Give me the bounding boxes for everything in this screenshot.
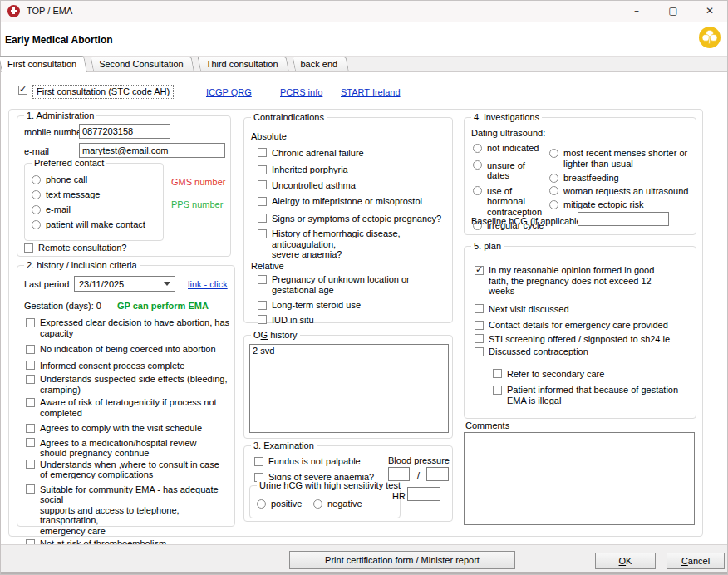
radio-circle[interactable] — [32, 220, 41, 229]
checkbox-medication-review[interactable]: Agrees to a medication/hospital review s… — [26, 438, 232, 459]
checkbox-clear-decision[interactable]: Expressed clear decision to have abortio… — [26, 317, 232, 338]
bp-diastolic-field[interactable] — [426, 467, 449, 481]
link-click[interactable]: link - click — [188, 279, 228, 289]
checkbox-where-to-consult[interactable]: Understands when ,where to consult in ca… — [26, 460, 232, 480]
radio-circle[interactable] — [32, 175, 41, 184]
checkbox-box[interactable] — [26, 375, 35, 384]
remote-consultation-checkbox[interactable]: Remote consultation? — [24, 243, 126, 253]
maximize-icon[interactable]: ▢ — [655, 0, 691, 22]
checkbox-discussed-contraception[interactable]: Discussed contraception — [475, 346, 689, 357]
checkbox-box[interactable] — [258, 229, 267, 238]
minimize-icon[interactable]: – — [618, 0, 655, 22]
link-pcrs-info[interactable]: PCRS info — [280, 87, 322, 97]
checkbox-box[interactable] — [26, 438, 35, 447]
checkbox-box[interactable] — [258, 165, 267, 174]
checkbox-box[interactable] — [24, 243, 33, 253]
tab-first-consultation[interactable]: First consultation — [2, 56, 87, 72]
radio-circle[interactable] — [32, 190, 41, 199]
last-period-combobox[interactable]: 23/11/2025 — [74, 276, 175, 292]
checkbox-box[interactable] — [258, 148, 267, 157]
mobile-number-field[interactable] — [79, 124, 170, 139]
radio-text-message[interactable]: text message — [32, 189, 100, 200]
radio-circle[interactable] — [549, 149, 558, 158]
checkbox-box[interactable] — [475, 334, 484, 343]
radio-not-indicated[interactable]: not indicated — [473, 143, 549, 154]
radio-circle[interactable] — [473, 144, 482, 153]
bp-systolic-field[interactable] — [388, 467, 410, 481]
radio-woman-requests-ultrasound[interactable]: woman requests an ultrasound — [549, 186, 692, 197]
radio-circle[interactable] — [313, 499, 322, 509]
checkbox-ectopic-symptoms[interactable]: Signs or symptoms of ectopic pregnancy? — [258, 214, 447, 224]
hr-field[interactable] — [407, 487, 440, 501]
email-field[interactable] — [79, 143, 225, 158]
radio-circle[interactable] — [549, 186, 558, 195]
checkbox-uncontrolled-asthma[interactable]: Uncontrolled asthma — [258, 180, 447, 191]
first-consultation-checkbox[interactable]: First consultation (STC code AH) — [18, 85, 174, 99]
radio-circle[interactable] — [473, 186, 482, 195]
fundus-checkbox[interactable]: Fundus is not palpable — [254, 456, 361, 467]
checkbox-box[interactable] — [475, 266, 484, 275]
baseline-hcg-field[interactable] — [578, 212, 669, 226]
checkbox-box[interactable] — [475, 321, 484, 330]
tab-third-consultation[interactable]: Third consultation — [200, 57, 289, 71]
radio-breastfeeding[interactable]: breastfeeding — [549, 173, 692, 184]
checkbox-box[interactable] — [258, 180, 267, 189]
checkbox-allergy-mife-miso[interactable]: Alelrgy to mifepristone or misoprostol — [258, 196, 447, 207]
checkbox-box[interactable] — [26, 398, 35, 407]
checkbox-next-visit[interactable]: Next visit discussed — [475, 304, 689, 315]
print-certification-button[interactable]: Print certification form / Minister repo… — [289, 551, 515, 569]
link-start-ireland[interactable]: START Ireland — [341, 87, 401, 97]
checkbox-box[interactable] — [26, 318, 35, 327]
link-icgp-qrg[interactable]: ICGP QRG — [206, 87, 252, 97]
checkbox-pregnancy-unknown-location[interactable]: Pregnancy of unknown location or gestati… — [258, 274, 447, 295]
radio-circle[interactable] — [549, 200, 558, 209]
checkbox-teratogenicity[interactable]: Aware of risk of teratogenicity if proce… — [26, 397, 232, 418]
checkbox-box[interactable] — [26, 484, 35, 494]
checkbox-emergency-contact-details[interactable]: Contact details for emergency care provi… — [475, 320, 689, 331]
checkbox-box[interactable] — [254, 457, 263, 466]
checkbox-box[interactable] — [475, 347, 484, 356]
checkbox-side-effects[interactable]: Understands suspected side effects (blee… — [26, 374, 232, 395]
checkbox-box[interactable] — [258, 275, 267, 284]
comments-textarea[interactable] — [464, 432, 695, 525]
checkbox-box[interactable] — [493, 386, 502, 395]
checkbox-refer-secondary-care[interactable]: Refer to secondary care — [493, 369, 689, 380]
checkbox-box[interactable] — [258, 214, 267, 223]
radio-circle[interactable] — [473, 160, 482, 170]
checkbox-long-term-steroid[interactable]: Long-term steroid use — [258, 300, 447, 311]
checkbox-box[interactable] — [26, 361, 35, 370]
radio-circle[interactable] — [32, 205, 41, 214]
checkbox-ema-illegal-informed[interactable]: Patient informed that because of gestati… — [493, 385, 689, 405]
tab-second-consultation[interactable]: Second Consultation — [93, 57, 194, 71]
checkbox-suitable-community-ema[interactable]: Suitable for community EMA - has adequat… — [26, 484, 232, 537]
checkbox-hemorrhagic-disease[interactable]: History of hemorrhagic disease, anticoag… — [258, 229, 447, 260]
checkbox-iud-in-situ[interactable]: IUD in situ — [258, 315, 447, 326]
radio-phone-call[interactable]: phone call — [32, 174, 87, 185]
checkbox-box[interactable] — [475, 304, 484, 313]
checkbox-box[interactable] — [26, 460, 35, 469]
checkbox-box[interactable] — [18, 86, 27, 95]
radio-positive[interactable]: positive — [257, 499, 302, 509]
radio-mitigate-ectopic-risk[interactable]: mitigate ectopic risk — [549, 199, 692, 210]
checkbox-inherited-porphyria[interactable]: Inherited porphyria — [258, 165, 447, 175]
radio-menses-shorter[interactable]: most recent menses shorter or lighter th… — [549, 148, 692, 169]
radio-email[interactable]: e-mail — [32, 204, 71, 215]
og-history-textarea[interactable]: 2 svd — [249, 344, 449, 433]
ok-button[interactable]: OK — [595, 553, 656, 569]
checkbox-chronic-adrenal-failure[interactable]: Chronic adrenal failure — [258, 148, 447, 159]
checkbox-box[interactable] — [258, 315, 267, 324]
radio-unsure-of-dates[interactable]: unsure of dates — [473, 160, 549, 181]
tab-back-end[interactable]: back end — [295, 57, 349, 71]
checkbox-box[interactable] — [258, 301, 267, 310]
close-icon[interactable]: ✕ — [691, 0, 728, 22]
checkbox-reasonable-opinion[interactable]: In my reasonable opinion formed in good … — [475, 265, 689, 297]
checkbox-informed-consent[interactable]: Informed consent process complete — [26, 361, 232, 371]
checkbox-box[interactable] — [493, 369, 502, 378]
checkbox-not-coerced[interactable]: No indication of being coerced into abor… — [26, 344, 232, 355]
cancel-button[interactable]: Cancel — [667, 553, 725, 569]
checkbox-box[interactable] — [26, 345, 35, 354]
radio-circle[interactable] — [549, 174, 558, 183]
radio-negative[interactable]: negative — [313, 499, 362, 509]
radio-patient-will-make-contact[interactable]: patient will make contact — [32, 219, 145, 230]
dropdown-arrow-icon[interactable] — [164, 282, 170, 286]
